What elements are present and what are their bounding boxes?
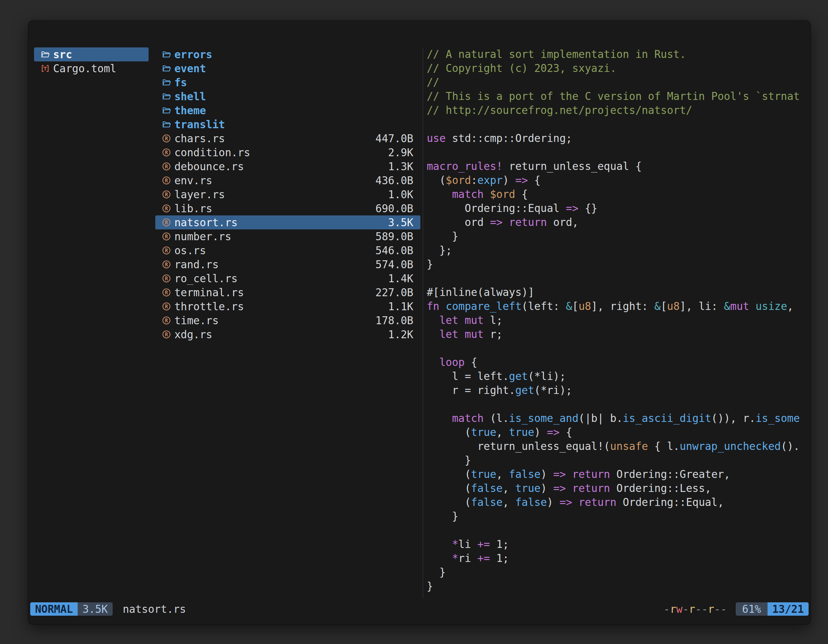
- code-line: macro_rules! return_unless_equal {: [427, 160, 806, 173]
- code-line: ord => return ord,: [427, 215, 806, 229]
- code-line: }: [427, 257, 806, 271]
- code-line: //: [427, 75, 806, 89]
- parent-panel: srcCargo.toml: [34, 47, 149, 75]
- dir-row[interactable]: fs: [155, 75, 420, 89]
- file-size: 227.0B: [244, 286, 413, 299]
- desktop-backdrop: { "colors": { "backdrop": "#2b2b2b", "wi…: [0, 0, 828, 644]
- code-line: [427, 118, 806, 132]
- file-row[interactable]: Rxdg.rs1.2K: [155, 327, 420, 342]
- code-line: *ri += 1;: [427, 552, 806, 566]
- code-line: Ordering::Equal => {}: [427, 201, 806, 215]
- file-name: layer.rs: [174, 188, 225, 201]
- current-panel: errorseventfsshellthemetranslitRchars.rs…: [155, 47, 420, 342]
- file-row[interactable]: Renv.rs436.0B: [155, 173, 420, 187]
- file-name: lib.rs: [174, 202, 212, 215]
- svg-text:R: R: [165, 304, 168, 310]
- yazi-window: srcCargo.toml errorseventfsshellthemetra…: [28, 20, 811, 625]
- file-row[interactable]: Rterminal.rs227.0B: [155, 285, 420, 299]
- rust-icon: R: [162, 330, 174, 339]
- file-name: throttle.rs: [174, 300, 244, 313]
- code-line: #[inline(always)]: [427, 285, 806, 299]
- dir-name: shell: [174, 90, 206, 103]
- file-name: natsort.rs: [174, 216, 238, 229]
- file-row[interactable]: Rchars.rs447.0B: [155, 132, 420, 146]
- status-left: NORMAL 3.5K natsort.rs: [30, 602, 186, 616]
- code-line: // http://sourcefrog.net/projects/natsor…: [427, 103, 806, 118]
- code-line: (false, true) => return Ordering::Less,: [427, 481, 806, 495]
- dir-row[interactable]: shell: [155, 89, 420, 103]
- folder-icon: [162, 64, 174, 73]
- file-size: 574.0B: [219, 259, 413, 271]
- dir-row[interactable]: errors: [155, 47, 420, 61]
- file-name: rand.rs: [174, 259, 219, 271]
- file-row[interactable]: Rcondition.rs2.9K: [155, 146, 420, 160]
- file-size-chip: 3.5K: [78, 602, 112, 616]
- svg-text:R: R: [165, 318, 168, 324]
- file-row[interactable]: Cargo.toml: [34, 61, 149, 75]
- toml-icon: [41, 64, 53, 73]
- svg-text:R: R: [165, 248, 168, 254]
- svg-text:R: R: [165, 192, 168, 197]
- file-size: 1.1K: [244, 300, 413, 313]
- code-line: }: [427, 509, 806, 523]
- status-filename: natsort.rs: [123, 603, 186, 615]
- file-row[interactable]: Ros.rs546.0B: [155, 243, 420, 257]
- file-name: os.rs: [174, 244, 206, 257]
- folder-icon: [162, 78, 174, 87]
- file-row[interactable]: Rnumber.rs589.0B: [155, 229, 420, 243]
- dir-name: fs: [174, 76, 187, 89]
- code-line: [427, 146, 806, 160]
- folder-icon: [162, 106, 174, 115]
- code-line: let mut r;: [427, 327, 806, 342]
- file-row[interactable]: Rthrottle.rs1.1K: [155, 299, 420, 313]
- file-size: 447.0B: [225, 132, 413, 145]
- file-row[interactable]: Rnatsort.rs3.5K: [155, 215, 420, 229]
- file-size: 1.0K: [225, 188, 413, 201]
- rust-icon: R: [162, 161, 174, 171]
- file-row[interactable]: Rro_cell.rs1.4K: [155, 271, 420, 285]
- permissions: -rw-r--r--: [663, 603, 727, 615]
- svg-text:R: R: [165, 262, 168, 268]
- dir-row[interactable]: src: [34, 47, 149, 61]
- dir-row[interactable]: translit: [155, 118, 420, 132]
- file-name: debounce.rs: [174, 160, 244, 173]
- svg-text:R: R: [165, 178, 168, 183]
- code-line: loop {: [427, 356, 806, 370]
- file-row[interactable]: Rlib.rs690.0B: [155, 201, 420, 215]
- rust-icon: R: [162, 218, 174, 227]
- dir-row[interactable]: event: [155, 61, 420, 75]
- file-row[interactable]: Rrand.rs574.0B: [155, 257, 420, 271]
- rust-icon: R: [162, 288, 174, 297]
- code-line: [427, 397, 806, 411]
- file-row[interactable]: Rlayer.rs1.0K: [155, 187, 420, 201]
- svg-text:R: R: [165, 206, 168, 212]
- file-name: condition.rs: [174, 146, 250, 159]
- scroll-percent: 61%: [736, 602, 768, 616]
- code-line: }: [427, 580, 806, 594]
- file-row[interactable]: Rdebounce.rs1.3K: [155, 160, 420, 173]
- dir-name: src: [53, 49, 72, 61]
- code-line: r = right.get(*ri);: [427, 384, 806, 397]
- file-name: number.rs: [174, 230, 231, 243]
- svg-text:R: R: [165, 150, 168, 155]
- rust-icon: R: [162, 232, 174, 241]
- code-line: [427, 271, 806, 285]
- file-name: env.rs: [174, 174, 212, 187]
- code-line: }: [427, 229, 806, 243]
- code-line: // Copyright (c) 2023, sxyazi.: [427, 61, 806, 75]
- file-row[interactable]: Rtime.rs178.0B: [155, 313, 420, 327]
- file-size: 1.3K: [244, 160, 413, 173]
- code-line: l = left.get(*li);: [427, 370, 806, 384]
- dir-row[interactable]: theme: [155, 103, 420, 118]
- dir-name: errors: [174, 49, 212, 61]
- code-line: match (l.is_some_and(|b| b.is_ascii_digi…: [427, 411, 806, 425]
- code-line: return_unless_equal!(unsafe { l.unwrap_u…: [427, 439, 806, 453]
- svg-text:R: R: [165, 276, 168, 282]
- file-name: Cargo.toml: [53, 63, 116, 75]
- code-line: fn compare_left(left: &[u8], right: &[u8…: [427, 299, 806, 313]
- code-line: };: [427, 243, 806, 257]
- preview-panel[interactable]: // A natural sort implementation in Rust…: [427, 47, 806, 600]
- rust-icon: R: [162, 190, 174, 199]
- file-size: 178.0B: [219, 314, 413, 327]
- rust-icon: R: [162, 204, 174, 213]
